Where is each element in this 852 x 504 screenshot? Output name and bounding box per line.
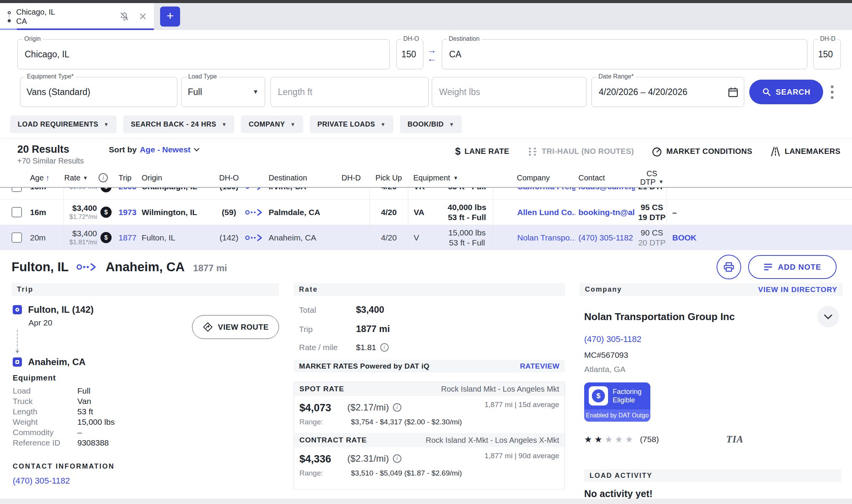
star-filled-icons: ★★ (584, 434, 605, 445)
chevron-down-icon: ▼ (252, 88, 259, 95)
column-cs-dtp[interactable]: CS DTP▼ (635, 169, 667, 186)
column-destination: Destination (266, 174, 333, 182)
dhd-label: DH-D (818, 35, 837, 42)
column-age[interactable]: Age↑ (27, 174, 63, 182)
search-back-filter[interactable]: SEARCH BACK - 24 HRS▼ (123, 115, 234, 133)
market-rates-header: MARKET RATES Powered by DAT iQ RATEVIEW (294, 360, 565, 372)
view-in-directory-link[interactable]: VIEW IN DIRECTORY (758, 285, 837, 294)
search-button[interactable]: SEARCH (749, 80, 823, 104)
load-row-3-selected[interactable]: 20m $3,400 $1.81*/mi $ 1877 Fulton, IL (… (0, 225, 852, 250)
book-bid-filter[interactable]: BOOK/BID▼ (400, 115, 462, 133)
sort-by-control[interactable]: Sort by Age - Newest (109, 145, 200, 154)
market-rates-box: SPOT RATE Rock Island Mkt - Los Angeles … (294, 382, 565, 489)
rateview-link[interactable]: RATEVIEW (520, 362, 560, 370)
destination-input[interactable] (442, 40, 807, 69)
view-route-button[interactable]: VIEW ROUTE (192, 315, 279, 339)
detail-distance: 1877 mi (193, 263, 227, 274)
equipment-details: LoadFull TruckVan Length53 ft Weight15,0… (13, 386, 279, 448)
weight-field[interactable] (432, 77, 586, 107)
company-rating[interactable]: ★★ ★★★ (758) TIA (584, 434, 841, 445)
column-equipment[interactable]: Equipment▼ (408, 174, 493, 182)
column-origin: Origin (139, 174, 216, 182)
column-pickup: Pick Up (369, 174, 408, 182)
factoring-eligible-badge[interactable]: $ Factoring Eligible Enabled by DAT Outg… (584, 382, 650, 422)
weight-input[interactable] (432, 77, 586, 107)
date-range-label: Date Range* (596, 73, 636, 80)
close-tab-icon[interactable]: ✕ (139, 11, 147, 23)
more-options-kebab-icon[interactable] (829, 84, 835, 100)
trip-panel-header: Trip (12, 283, 279, 296)
swap-origin-destination-icon[interactable]: →← (427, 46, 436, 63)
chevron-down-icon: ▼ (381, 122, 386, 127)
chevron-down-icon: ▼ (449, 122, 454, 127)
origin-field[interactable]: Origin (17, 39, 390, 69)
row-checkbox[interactable] (12, 232, 22, 243)
sort-by-label: Sort by (109, 145, 137, 154)
window-top-strip (0, 0, 852, 3)
dhd-input[interactable] (814, 40, 840, 69)
company-phone-link[interactable]: (470) 305-1182 (584, 334, 642, 344)
notifications-off-icon[interactable] (119, 11, 130, 22)
print-button[interactable] (717, 255, 741, 279)
active-tab-indicator (0, 28, 154, 30)
load-row-1[interactable]: 15m $1.50*/mi $ 2603 Champaign, IL (130) (0, 188, 852, 199)
trip-miles-link[interactable]: 2603 (119, 188, 137, 191)
contact-link[interactable]: (470) 305-1182 (578, 233, 633, 242)
gauge-icon (652, 146, 662, 157)
rate-badge-icon: $ (100, 207, 112, 218)
info-icon[interactable]: i (380, 343, 389, 352)
tri-haul-button[interactable]: TRI-HAUL (NO ROUTES) (527, 146, 634, 157)
search-icon (762, 87, 771, 97)
rate-per-mile: $1.50*/mi (69, 188, 97, 191)
date-range-input[interactable] (592, 77, 744, 107)
row-checkbox[interactable] (12, 207, 22, 217)
destination-field[interactable]: Destination (442, 39, 807, 69)
contact-link[interactable]: loads@calfreig... (578, 188, 635, 191)
chevron-down-icon: ▼ (659, 178, 664, 186)
table-rows-scroll-area[interactable]: 15m $1.50*/mi $ 2603 Champaign, IL (130) (0, 188, 852, 250)
contract-rate-amount: $4,336 (299, 453, 331, 465)
add-search-tab-button[interactable]: + (160, 7, 180, 27)
book-button[interactable]: BOOK (667, 225, 852, 250)
dho-input[interactable] (397, 40, 423, 69)
tri-haul-icon (527, 146, 538, 157)
company-link[interactable]: Nolan Transpo... (517, 233, 575, 242)
trip-miles-link[interactable]: 1877 (119, 233, 137, 242)
column-rate[interactable]: Rate▼ i (63, 173, 115, 182)
equipment-type-select[interactable]: Equipment Type* Vans (Standard) (20, 77, 177, 107)
tab-origin-label: Chicago, IL (16, 7, 55, 17)
row-action: – (667, 200, 852, 225)
private-loads-filter[interactable]: PRIVATE LOADS▼ (310, 115, 393, 133)
info-icon[interactable]: i (393, 454, 401, 463)
collapse-company-button[interactable] (817, 306, 839, 327)
lane-rate-button[interactable]: $ LANE RATE (455, 146, 510, 157)
info-icon[interactable]: i (99, 173, 108, 182)
info-icon[interactable]: i (393, 403, 401, 412)
origin-input[interactable] (18, 40, 389, 69)
contact-link[interactable]: booking-tn@al... (578, 208, 635, 217)
dhd-field[interactable]: DH-D (813, 39, 841, 69)
search-tab-chicago-ca[interactable]: Chicago, IL CA ✕ (0, 3, 154, 30)
add-note-button[interactable]: ADD NOTE (748, 255, 837, 279)
load-requirements-filter[interactable]: LOAD REQUIREMENTS▼ (10, 115, 117, 133)
dho-field[interactable]: DH-O (396, 39, 423, 69)
contract-rate-header: CONTRACT RATE Rock Island X-Mkt - Los An… (294, 433, 565, 447)
rate-panel: Rate Total $3,400 Trip 1877 mi Rate / mi… (294, 283, 565, 504)
lanemakers-button[interactable]: LANEMAKERS (770, 146, 840, 157)
company-link[interactable]: Allen Lund Co... (517, 208, 575, 217)
market-conditions-button[interactable]: MARKET CONDITIONS (652, 146, 752, 157)
trip-miles-link[interactable]: 1973 (119, 208, 137, 217)
similar-results[interactable]: +70 Similar Results (17, 157, 84, 165)
contact-phone-link[interactable]: (470) 305-1182 (13, 476, 70, 486)
sort-ascending-icon: ↑ (46, 174, 50, 182)
load-row-2[interactable]: 16m $3,400 $1.72*/mi $ 1973 Wilmington, … (0, 199, 852, 225)
date-range-field[interactable]: Date Range* (591, 77, 744, 107)
company-panel: Company VIEW IN DIRECTORY Nolan Transpor… (580, 283, 843, 504)
company-link[interactable]: California Freig... (517, 188, 575, 191)
length-input[interactable] (271, 77, 428, 107)
trip-stop-origin: Fulton, IL (142) (13, 304, 279, 315)
load-type-select[interactable]: Load Type Full ▼ (181, 77, 265, 107)
row-checkbox[interactable] (12, 188, 22, 192)
company-filter[interactable]: COMPANY▼ (241, 115, 303, 133)
length-field[interactable] (271, 77, 429, 107)
